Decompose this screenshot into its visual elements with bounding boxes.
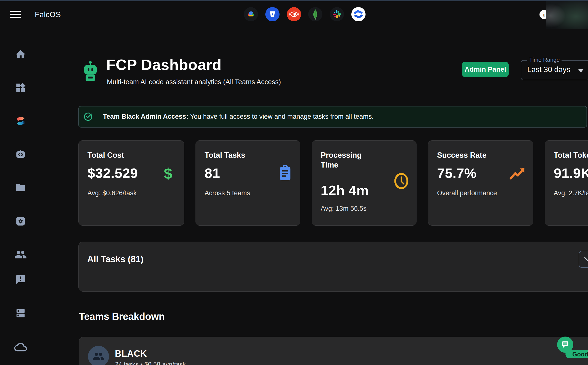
window-top-strip (0, 0, 588, 1)
red-eye-icon[interactable] (287, 7, 301, 21)
stat-title: Success Rate (437, 150, 487, 160)
all-tasks-panel (78, 242, 588, 292)
s-logo-icon (14, 114, 27, 128)
blurred-account-avatar[interactable] (546, 1, 588, 29)
stat-card-processing-time: Processing Time 12h 4m Avg: 13m 56.5s (312, 140, 416, 226)
stat-card-total-tasks: Total Tasks 81 Across 5 teams (196, 140, 300, 226)
check-circle-icon (83, 112, 93, 122)
stat-title: Total Tokens (554, 150, 588, 160)
page-subtitle: Multi-team AI code assistant analytics (… (107, 78, 281, 86)
fcp-dashboard-page: FalcOS (0, 0, 588, 365)
team-stats: 24 tasks • $0.58 avg/task (115, 361, 186, 365)
admin-panel-button[interactable]: Admin Panel (462, 62, 509, 77)
stat-subtext: Across 5 teams (205, 189, 250, 197)
stat-value: 75.7% (437, 165, 477, 181)
page-title: FCP Dashboard (106, 56, 221, 73)
teams-breakdown-title: Teams Breakdown (79, 311, 165, 322)
clock-icon (393, 172, 410, 190)
sidebar-item-teams[interactable] (14, 248, 27, 261)
slack-icon[interactable] (330, 7, 344, 21)
team-avatar (88, 346, 109, 365)
people-icon (92, 350, 105, 363)
folder-icon (15, 182, 26, 193)
chat-icon (561, 340, 570, 349)
sidebar-item-projects[interactable] (14, 181, 27, 195)
app-title: FalcOS (35, 10, 61, 19)
chevron-down-icon (584, 257, 588, 262)
robot-icon (82, 60, 99, 84)
stat-subtext: Avg: $0.626/task (87, 189, 137, 197)
confluence-icon[interactable] (351, 7, 366, 21)
stat-title: Processing Time (321, 150, 372, 170)
sidebar-item-storage[interactable] (14, 306, 27, 320)
settings-icon (15, 216, 26, 227)
feedback-icon (15, 274, 26, 285)
cloud-icon (14, 341, 27, 353)
collapse-button[interactable] (579, 251, 588, 268)
bitbucket-icon[interactable] (265, 7, 280, 21)
sidebar-item-home[interactable] (14, 48, 27, 61)
people-icon (14, 248, 27, 261)
time-range-value: Last 30 days (527, 65, 570, 74)
stat-value: 81 (205, 165, 220, 181)
chevron-down-icon (578, 69, 584, 72)
menu-icon[interactable] (10, 11, 22, 18)
chat-fab-button[interactable] (557, 337, 573, 353)
team-card-black[interactable]: BLACK 24 tasks • $0.58 avg/task (79, 337, 588, 365)
status-badge-label: Good (572, 351, 588, 358)
mongodb-icon[interactable] (308, 7, 322, 21)
stat-value: 12h 4m (321, 182, 369, 198)
stat-title: Total Cost (87, 150, 124, 160)
stat-title: Total Tasks (205, 150, 245, 160)
stat-value: $32.529 (87, 165, 138, 181)
google-cloud-icon[interactable] (244, 7, 258, 21)
sidebar-item-s-logo[interactable] (14, 114, 27, 128)
stat-card-success-rate: Success Rate 75.7% Overall performance (428, 140, 533, 226)
time-range-label: Time Range (527, 57, 562, 63)
stat-value: 91.9K (554, 165, 588, 181)
alert-text: Team Black Admin Access: You have full a… (103, 113, 374, 120)
stat-card-total-cost: Total Cost $32.529 Avg: $0.626/task $ (78, 140, 184, 226)
all-tasks-title: All Tasks (81) (87, 254, 143, 264)
sidebar-item-feedback[interactable] (14, 273, 27, 287)
sidebar-item-settings[interactable] (14, 214, 27, 228)
stat-card-total-tokens: Total Tokens 91.9K Avg: 2.7K/task (545, 140, 588, 226)
sidebar-item-cloud[interactable] (14, 340, 27, 354)
stat-subtext: Overall performance (437, 189, 497, 197)
sidebar-item-widgets[interactable] (14, 81, 27, 95)
stat-subtext: Avg: 13m 56.5s (321, 205, 367, 212)
widgets-icon (15, 82, 26, 93)
stat-subtext: Avg: 2.7K/task (554, 189, 588, 197)
code-clipboard-icon (15, 148, 26, 160)
sidebar-item-code-tasks[interactable] (14, 147, 27, 161)
trending-up-icon (509, 165, 526, 182)
storage-icon (15, 308, 26, 319)
team-name: BLACK (115, 349, 147, 359)
home-icon (15, 49, 26, 60)
clipboard-icon (277, 165, 294, 182)
dollar-icon: $ (159, 165, 177, 182)
